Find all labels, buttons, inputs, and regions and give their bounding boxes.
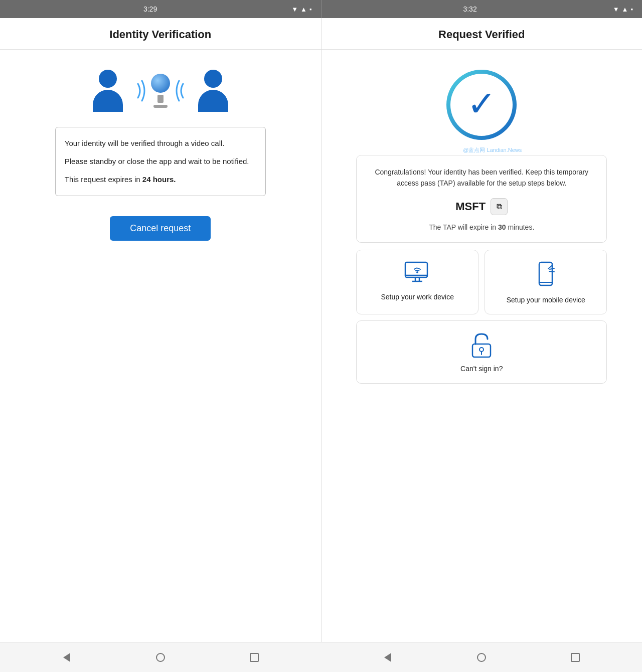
mobile-device-icon: [533, 261, 558, 289]
cant-sign-in-label: Can't sign in?: [460, 364, 503, 374]
checkmark-icon: ✓: [467, 86, 497, 121]
battery-icon: ▪: [309, 6, 312, 13]
left-screen-title: Identity Verification: [8, 28, 313, 41]
right-person-icon: [198, 70, 228, 112]
right-time: 3:32: [331, 5, 610, 13]
work-device-icon: [403, 261, 431, 286]
setup-mobile-device-card[interactable]: Setup your mobile device: [485, 250, 607, 315]
copy-button[interactable]: ⧉: [491, 198, 508, 215]
copy-icon: ⧉: [497, 202, 502, 211]
left-waves: [127, 76, 147, 106]
verified-circle-container: ✓ @蓝点网 Landian.News: [446, 60, 517, 150]
expiry-bold: 24 hours.: [142, 175, 176, 184]
left-back-button[interactable]: [58, 648, 76, 666]
setup-work-device-label: Setup your work device: [381, 292, 454, 302]
signal-icon: ▲: [300, 6, 307, 13]
identity-verification-screen: Identity Verification: [0, 18, 322, 642]
cancel-request-button[interactable]: Cancel request: [110, 216, 211, 241]
person-body-left: [93, 90, 123, 112]
tap-code-row: MSFT ⧉: [367, 198, 596, 215]
left-screen-header: Identity Verification: [0, 18, 321, 50]
left-wave-svg: [127, 76, 147, 106]
screens-container: Identity Verification: [0, 18, 642, 642]
person-head-left: [99, 70, 117, 88]
camera-icon: [151, 74, 170, 108]
camera-base: [153, 105, 168, 108]
camera-globe: [151, 74, 170, 93]
right-battery-icon: ▪: [630, 6, 633, 13]
verified-circle: ✓: [446, 70, 517, 140]
back-triangle-icon: [63, 653, 70, 662]
left-person-icon: [93, 70, 123, 112]
svg-point-5: [416, 271, 418, 273]
left-time: 3:29: [9, 5, 291, 13]
right-recents-button[interactable]: [566, 648, 584, 666]
cant-sign-in-card[interactable]: Can't sign in?: [356, 320, 607, 384]
right-status-icons: ▼ ▲ ▪: [613, 6, 633, 13]
right-home-circle-icon: [477, 653, 486, 662]
home-circle-icon: [156, 653, 165, 662]
right-waves: [174, 76, 194, 106]
right-screen-title: Request Verified: [330, 28, 634, 41]
congrats-text: Congratulations! Your identity has been …: [367, 166, 596, 189]
left-status-icons: ▼ ▲ ▪: [291, 6, 311, 13]
info-line-2: Please standby or close the app and wait…: [65, 155, 256, 167]
left-bottom-nav: [0, 642, 321, 672]
left-status-bar: 3:29 ▼ ▲ ▪: [0, 0, 321, 18]
verification-illustration: [93, 70, 228, 112]
setup-work-device-card[interactable]: Setup your work device: [356, 250, 478, 315]
right-signal-icon: ▲: [622, 6, 628, 13]
info-box: Your identity will be verified through a…: [55, 127, 266, 196]
tap-card: Congratulations! Your identity has been …: [356, 155, 607, 243]
info-line-1: Your identity will be verified through a…: [65, 137, 256, 149]
svg-rect-8: [472, 344, 491, 357]
watermark-text: @蓝点网 Landian.News: [463, 146, 522, 154]
left-recents-button[interactable]: [245, 648, 263, 666]
right-home-button[interactable]: [472, 648, 491, 666]
right-recents-square-icon: [571, 653, 580, 662]
left-screen-body: Your identity will be verified through a…: [0, 50, 321, 642]
action-grid: Setup your work device Setup your mobile…: [356, 250, 607, 315]
info-line-3: This request expires in 24 hours.: [65, 174, 256, 186]
setup-mobile-device-label: Setup your mobile device: [507, 295, 585, 305]
right-back-triangle-icon: [384, 653, 391, 662]
wifi-icon: ▼: [291, 6, 298, 13]
person-body-right: [198, 90, 228, 112]
camera-stand: [157, 95, 164, 103]
left-home-button[interactable]: [151, 648, 170, 666]
right-wave-svg: [174, 76, 194, 106]
right-screen-body: ✓ @蓝点网 Landian.News Congratulations! You…: [322, 50, 643, 642]
request-verified-screen: Request Verified ✓ @蓝点网 Landian.News Con…: [322, 18, 643, 642]
status-bar: 3:29 ▼ ▲ ▪ 3:32 ▼ ▲ ▪: [0, 0, 642, 18]
svg-point-9: [479, 348, 484, 352]
recents-square-icon: [250, 653, 259, 662]
expiry-minutes-bold: 30: [498, 223, 506, 231]
right-status-bar: 3:32 ▼ ▲ ▪: [322, 0, 643, 18]
right-screen-header: Request Verified: [322, 18, 643, 50]
unlock-icon: [470, 332, 493, 358]
tap-expiry-text: The TAP will expire in 30 minutes.: [367, 223, 596, 231]
right-bottom-nav: [321, 642, 642, 672]
right-wifi-icon: ▼: [613, 6, 619, 13]
tap-code-value: MSFT: [455, 200, 486, 213]
person-head-right: [204, 70, 222, 88]
bottom-nav: [0, 642, 642, 672]
right-back-button[interactable]: [379, 648, 397, 666]
